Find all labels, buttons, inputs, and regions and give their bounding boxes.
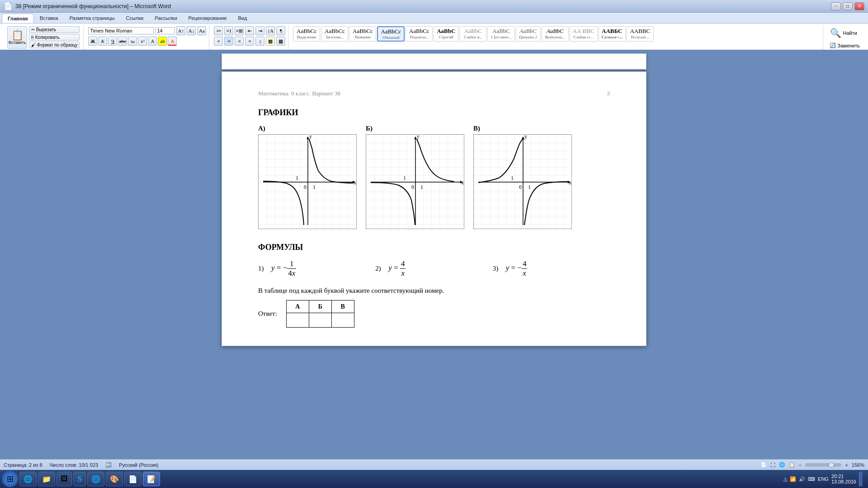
answer-cell-b[interactable] [309,313,331,328]
taskbar-chrome[interactable]: 🌐 [87,472,104,486]
align-left-button[interactable]: ≡ [214,37,223,46]
window-title: 38 [Режим ограниченной функциональности]… [15,3,171,9]
style-weak[interactable]: AaBbC Слабое в... [459,26,486,42]
page-header: Математика. 9 класс. Вариант 38 3 [258,90,610,97]
para-row2: ≡ ≡ ≡ ≡ ↕ ▩ ▦ [214,37,285,46]
view-print-icon[interactable]: 📄 [760,462,767,468]
style-weak-ref[interactable]: АА ВВС Слабая сс... [570,26,598,42]
minimize-button[interactable]: − [831,2,841,10]
tab-mailings[interactable]: Рассылки [149,14,182,23]
view-web-icon[interactable]: 🌐 [779,462,785,468]
tab-layout[interactable]: Разметка страницы [64,14,120,23]
view-fullscreen-icon[interactable]: ⛶ [770,462,775,468]
copy-button[interactable]: ⎘ Копировать [29,34,80,41]
answer-cell-v[interactable] [331,313,354,328]
find-button[interactable]: 🔍 Найти [828,26,859,40]
border-button[interactable]: ▦ [276,37,285,46]
graph-c-label: В) [473,125,572,132]
style-strong[interactable]: ААВБС Сильная с... [599,26,626,42]
font-grow-button[interactable]: A↑ [176,26,185,35]
bold-button[interactable]: Ж [88,37,97,46]
align-center-button[interactable]: ≡ [224,37,233,46]
graph-a-svg: 0 1 1 x y [258,134,357,229]
svg-text:1: 1 [403,175,406,181]
svg-text:y: y [524,134,527,140]
subscript-button[interactable]: x₂ [128,37,137,46]
view-outline-icon[interactable]: 📋 [789,462,795,468]
list-bullets-button[interactable]: ≡• [214,26,223,35]
shading-button[interactable]: ▩ [266,37,275,46]
increase-indent-button[interactable]: ⇥ [255,26,264,35]
style-default[interactable]: AaBbCс Обычный [377,26,405,42]
maximize-button[interactable]: □ [843,2,853,10]
answer-value-row[interactable] [286,313,354,328]
svg-text:1: 1 [296,175,298,181]
close-button[interactable]: ✕ [854,2,864,10]
tab-references[interactable]: Ссылки [120,14,149,23]
answer-col-a: А [286,300,309,313]
tab-view[interactable]: Вид [233,14,253,23]
graph-a-label: А) [258,125,357,132]
style-book-title[interactable]: ААВВС Название... [627,26,654,42]
zoom-slider[interactable] [805,463,841,467]
underline-button[interactable]: Ч [108,37,117,46]
graph-a: А) [258,125,357,229]
app-icon: 📄 [4,2,13,10]
taskbar-word-active[interactable]: 📝 [143,472,160,486]
text-effects-button[interactable]: A [148,37,157,46]
answer-cell-a[interactable] [286,313,309,328]
paste-button[interactable]: 📋 Вставить [7,26,27,49]
taskbar-skype[interactable]: S [73,472,86,486]
tab-review[interactable]: Рецензирование [183,14,232,23]
keyboard-icon: ⌨ [808,476,815,482]
taskbar-acrobat[interactable]: 📄 [124,472,142,486]
style-no-spacing[interactable]: AaBbC 1 Без инте... [487,26,514,42]
decrease-indent-button[interactable]: ⇤ [245,26,254,35]
justify-button[interactable]: ≡ [245,37,254,46]
style-heading1[interactable]: AaBbCс Заголово... [321,26,348,42]
cut-button[interactable]: ✂ Вырезать [29,26,80,33]
document-page[interactable]: Математика. 9 класс. Вариант 38 3 ГРАФИК… [222,71,646,346]
taskbar-explorer[interactable]: 📁 [38,472,55,486]
italic-button[interactable]: К [98,37,107,46]
show-desktop-button[interactable] [859,472,863,486]
clear-format-button[interactable]: Aa [197,26,206,35]
font-shrink-button[interactable]: A↓ [187,26,196,35]
taskbar-gallery[interactable]: 🖼 [57,472,72,486]
style-subtitle[interactable]: AaBbCс Подзагол... [406,26,433,42]
svg-text:1: 1 [313,184,316,190]
style-quote2[interactable]: AaBbC Цитата 2 [516,26,541,42]
format-row: Ж К Ч abc x₂ x² A ab А [88,37,206,46]
style-title[interactable]: AaBbCс Название [349,26,376,42]
style-strict[interactable]: AaBbC Строгий [434,26,458,42]
tab-home[interactable]: Главная [2,14,34,23]
style-highlight[interactable]: AaBbC Выделени... [542,26,569,42]
sort-button[interactable]: ↕A [266,26,275,35]
zoom-in-button[interactable]: + [845,462,848,468]
taskbar-paint[interactable]: 🎨 [106,472,123,486]
line-spacing-button[interactable]: ↕ [255,37,264,46]
multilevel-list-button[interactable]: ≡⊞ [235,26,244,35]
align-right-button[interactable]: ≡ [235,37,244,46]
font-color-button[interactable]: А [168,37,177,46]
tab-insert[interactable]: Вставка [34,14,64,23]
replace-button[interactable]: 🔄 Заменить [828,42,862,49]
show-formatting-button[interactable]: ¶ [276,26,285,35]
taskbar-ie[interactable]: 🌐 [19,472,37,486]
superscript-button[interactable]: x² [138,37,147,46]
style-normal[interactable]: AaBbCс Выделение [293,26,320,42]
highlight-button[interactable]: ab [158,37,167,46]
font-size-input[interactable] [155,27,175,34]
start-button[interactable]: ⊞ [2,471,18,487]
format-painter-button[interactable]: 🖌 Формат по образцу [29,42,80,48]
find-icon: 🔍 [830,28,841,38]
list-numbers-button[interactable]: ≡1 [224,26,233,35]
formula-3-num: 3) [493,265,499,272]
strikethrough-button[interactable]: abc [118,37,127,46]
svg-text:x: x [461,179,464,186]
zoom-level: 156% [852,462,864,468]
graph-c: В) [473,125,572,229]
font-name-input[interactable] [88,27,154,34]
document-area: Математика. 9 класс. Вариант 38 3 ГРАФИК… [0,50,868,459]
zoom-out-button[interactable]: − [799,462,802,468]
